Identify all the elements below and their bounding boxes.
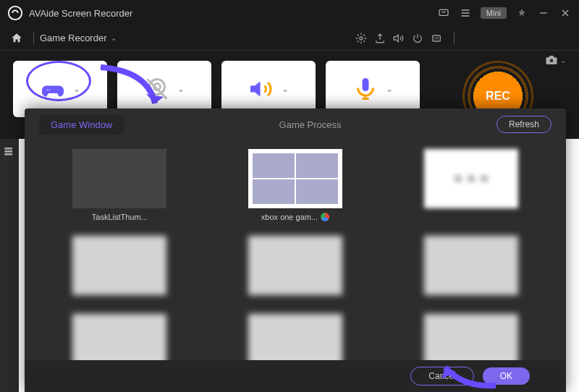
window-grid: TaskListThum... xbox one gam... [25, 140, 566, 360]
window-thumbnail [424, 314, 518, 360]
app-title: AVAide Screen Recorder [29, 8, 437, 19]
svg-point-10 [550, 59, 554, 63]
window-picker-popup: Game Window Game Process Refresh TaskLis… [25, 108, 566, 392]
refresh-button[interactable]: Refresh [496, 116, 551, 133]
sound-icon[interactable] [393, 33, 405, 44]
mode-dropdown-label[interactable]: Game Recorder [40, 33, 106, 43]
chevron-down-icon: ⌄ [177, 84, 185, 94]
window-item[interactable] [397, 314, 544, 360]
ok-button[interactable]: OK [483, 367, 530, 385]
chevron-down-icon[interactable]: ⌄ [111, 34, 117, 42]
history-panel-toggle[interactable] [0, 139, 19, 392]
window-thumbnail [248, 149, 342, 208]
speaker-icon [248, 76, 274, 102]
window-item[interactable]: TaskListThum... [46, 149, 193, 221]
divider [454, 33, 455, 44]
svg-point-5 [47, 90, 48, 91]
svg-point-0 [9, 7, 22, 20]
mini-mode-button[interactable]: Mini [481, 7, 507, 19]
window-item[interactable] [222, 236, 369, 299]
svg-rect-12 [5, 151, 12, 152]
home-icon[interactable] [10, 32, 23, 45]
menu-icon[interactable] [459, 7, 472, 20]
window-item[interactable] [397, 236, 544, 299]
toolbar: Game Recorder ⌄ FH [0, 26, 579, 51]
divider [33, 33, 34, 44]
tab-game-window[interactable]: Game Window [39, 115, 124, 135]
tab-game-process[interactable]: Game Process [268, 115, 353, 135]
window-item[interactable] [397, 149, 544, 221]
close-icon[interactable] [559, 7, 572, 20]
window-thumbnail [248, 314, 342, 360]
screenshot-icon[interactable]: ⌄ [545, 54, 566, 67]
window-thumbnail [248, 236, 342, 295]
svg-point-2 [360, 37, 363, 40]
window-thumbnail [424, 149, 518, 208]
window-thumbnail [72, 314, 166, 360]
export-icon[interactable] [374, 33, 386, 44]
svg-point-6 [49, 90, 51, 91]
settings-icon[interactable] [355, 33, 367, 44]
svg-rect-11 [5, 148, 12, 149]
microphone-icon [352, 76, 379, 102]
svg-rect-13 [5, 154, 12, 155]
window-thumbnail [72, 149, 166, 208]
chevron-down-icon: ⌄ [386, 84, 393, 94]
aspect-icon[interactable]: FH [431, 33, 442, 44]
gamepad-icon [40, 76, 66, 102]
pin-icon[interactable] [515, 7, 528, 20]
svg-point-7 [150, 80, 165, 95]
window-thumbnail [72, 236, 166, 295]
window-item[interactable]: xbox one gam... [222, 149, 369, 221]
svg-text:FH: FH [434, 37, 439, 41]
chrome-icon [321, 213, 329, 221]
window-thumbnail [424, 236, 518, 295]
window-item[interactable] [46, 314, 193, 360]
chevron-down-icon: ⌄ [73, 84, 80, 94]
power-icon[interactable] [412, 33, 423, 44]
cancel-button[interactable]: Cancel [410, 367, 473, 385]
svg-rect-9 [363, 78, 369, 91]
window-label: TaskListThum... [92, 213, 148, 221]
window-item[interactable] [222, 314, 369, 360]
window-item[interactable] [46, 236, 193, 299]
minimize-icon[interactable] [537, 7, 550, 20]
webcam-off-icon [144, 76, 170, 102]
app-logo-icon [7, 5, 23, 21]
chevron-down-icon: ⌄ [282, 84, 289, 94]
window-label: xbox one gam... [261, 213, 329, 221]
feedback-icon[interactable] [437, 7, 450, 20]
titlebar: AVAide Screen Recorder Mini [0, 0, 579, 26]
